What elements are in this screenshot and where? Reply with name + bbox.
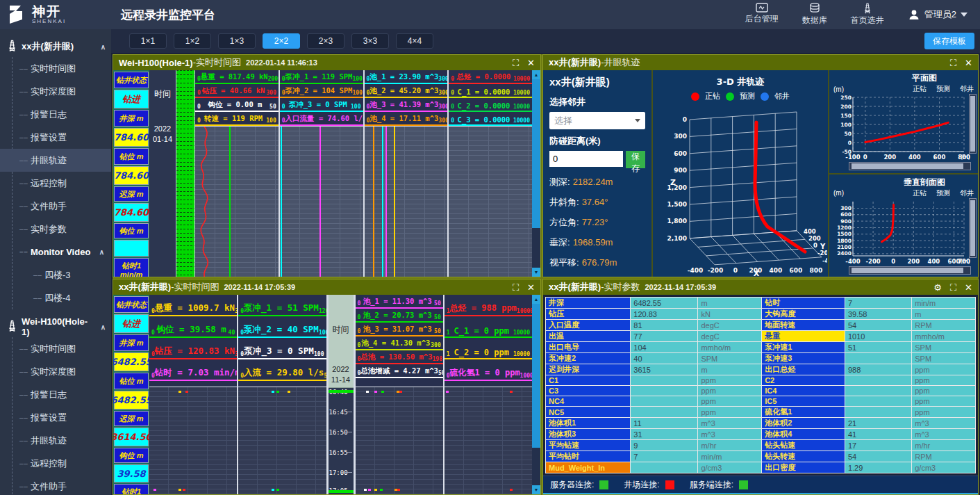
scrollbar-thumb[interactable] <box>852 163 963 169</box>
layout-button-1×2[interactable]: 1×2 <box>174 33 211 49</box>
sidebar-item-报警设置[interactable]: 报警设置 <box>0 406 111 429</box>
sidebar-group-items: 实时时间图实时深度图报警日志报警设置井眼轨迹远程控制文件助手实时参数Monito… <box>0 57 111 309</box>
sidebar-item-实时深度图[interactable]: 实时深度图 <box>0 360 111 383</box>
sidebar-item-实时时间图[interactable]: 实时时间图 <box>0 57 111 80</box>
legend-label-正钻: 正钻 <box>705 91 720 102</box>
neighbor-well-select[interactable]: 选择 <box>549 112 645 129</box>
layout-button-4×4[interactable]: 4×4 <box>396 33 433 49</box>
sidebar-item-实时时间图[interactable]: 实时时间图 <box>0 337 111 360</box>
user-menu[interactable]: 管理员2 <box>908 8 967 21</box>
svg-text:1800: 1800 <box>837 237 852 243</box>
sidebar-item-四楼-4[interactable]: 四楼-4 <box>0 286 111 309</box>
sidebar-item-报警日志[interactable]: 报警日志 <box>0 103 111 126</box>
close-icon[interactable]: ✕ <box>965 283 972 292</box>
curve-min: 0 <box>358 328 361 334</box>
save-distance-button[interactable]: 保存 <box>626 151 645 168</box>
curve-min: 0 <box>197 117 201 124</box>
sidebar-group-Wei-H100(Hole-1)[interactable]: Wei-H100(Hole-1)∧ <box>0 316 111 337</box>
brand-subname: SHENKAI <box>32 18 66 24</box>
close-icon[interactable]: ✕ <box>965 58 972 67</box>
close-icon[interactable]: ✕ <box>527 283 535 292</box>
sidebar-item-Monitor Video[interactable]: Monitor Video∧ <box>0 241 111 263</box>
sidebar-item-远程控制[interactable]: 远程控制 <box>0 452 111 475</box>
param-label-池体积1: 池体积1 <box>546 418 631 429</box>
curve-max: 3000 <box>235 308 237 314</box>
chevron-up-icon: ∧ <box>101 323 106 331</box>
sidebar-group-xx井(新井眼)[interactable]: xx井(新井眼)∧ <box>0 36 111 57</box>
param-label-text: 钻位 m <box>119 377 144 386</box>
param-unit-池体积3: m^3 <box>698 429 762 440</box>
trajectory-3d-title: 3-D 井轨迹 <box>717 76 765 88</box>
sidebar-item-报警日志[interactable]: 报警日志 <box>0 383 111 406</box>
param-label-钻时1: 钻时1min/m <box>114 484 149 494</box>
anticollision-distance-input[interactable] <box>549 151 623 167</box>
scroll-down-icon[interactable]: ▼ <box>532 268 540 277</box>
expand-icon[interactable]: ⛶ <box>950 58 956 67</box>
vertical-scrollbar[interactable] <box>969 198 977 258</box>
header-nav-后台管理[interactable]: 后台管理 <box>745 3 779 26</box>
layout-button-3×3[interactable]: 3×3 <box>351 33 389 49</box>
sidebar-item-报警设置[interactable]: 报警设置 <box>0 126 111 149</box>
param-unit-出口总烃: ppm <box>912 364 976 375</box>
save-template-button[interactable]: 保存模板 <box>924 33 974 49</box>
header-nav-首页选井[interactable]: 首页选井 <box>851 3 884 26</box>
expand-icon[interactable]: ⛶ <box>513 283 519 292</box>
layout-button-1×3[interactable]: 1×3 <box>218 33 256 49</box>
sidebar-item-井眼轨迹[interactable]: 井眼轨迹 <box>0 149 111 172</box>
layout-toolbar: 1×11×21×32×22×33×34×4 保存模板 <box>111 29 980 53</box>
sidebar-item-实时参数[interactable]: 实时参数 <box>0 218 111 241</box>
scrollbar-thumb[interactable] <box>532 304 540 448</box>
svg-text:-200: -200 <box>865 258 880 265</box>
param-label-地面转速: 地面转速 <box>762 320 845 331</box>
header-nav-数据库[interactable]: 数据库 <box>802 3 827 26</box>
curve-max: 300 <box>438 117 447 124</box>
horizontal-scrollbar[interactable] <box>849 266 971 275</box>
settings-gear-icon[interactable]: ⚙ <box>933 283 942 292</box>
track-plot-area <box>449 127 532 277</box>
scrollbar-thumb[interactable] <box>532 79 540 228</box>
sidebar-item-实时深度图[interactable]: 实时深度图 <box>0 80 111 103</box>
sidebar-item-井眼轨迹[interactable]: 井眼轨迹 <box>0 429 111 452</box>
svg-text:600: 600 <box>840 211 852 218</box>
curve-max: 50 <box>269 104 276 110</box>
stat-value: 1968.59m <box>573 237 613 248</box>
legend-label-邻井: 邻井 <box>960 84 974 94</box>
sidebar-item-文件助手[interactable]: 文件助手 <box>0 475 111 495</box>
scroll-up-icon[interactable]: ▲ <box>532 70 540 79</box>
layout-button-2×3[interactable]: 2×3 <box>307 33 344 49</box>
close-icon[interactable]: ✕ <box>527 58 535 67</box>
curve-line <box>319 127 321 277</box>
curve-readout: 总烃 = 988 ppm <box>450 302 517 314</box>
param-label-钻时1: 钻时1min/m <box>114 258 149 277</box>
scroll-up-icon[interactable]: ▲ <box>532 295 540 304</box>
header-nav-label: 首页选井 <box>851 15 884 26</box>
vertical-scrollbar[interactable]: ▲▼ <box>532 70 540 277</box>
sidebar-item-四楼-3[interactable]: 四楼-3 <box>0 263 111 286</box>
horizontal-scrollbar[interactable] <box>849 162 971 170</box>
sidebar-item-远程控制[interactable]: 远程控制 <box>0 172 111 195</box>
param-value-池体积1: 11 <box>631 418 698 429</box>
expand-icon[interactable]: ⛶ <box>513 58 519 67</box>
chart-card-vertical-section: 垂直剖面图(m)正钻预测邻井-400-2000200400600700(m)30… <box>829 175 978 277</box>
expand-icon[interactable]: ⛶ <box>950 283 956 292</box>
legend-label-正钻: 正钻 <box>913 84 927 94</box>
panel-timestamp: 2022-11-14 17:05:39 <box>645 283 716 291</box>
param-label-平均钻时: 平均钻时 <box>546 451 631 462</box>
data-dot <box>381 391 384 393</box>
curve-max: 300 <box>266 90 276 96</box>
scrollbar-thumb[interactable] <box>970 200 975 256</box>
scrollbar-thumb[interactable] <box>852 268 963 273</box>
scrollbar-thumb[interactable] <box>970 96 975 152</box>
param-unit-出温: degC <box>698 331 762 342</box>
svg-text:X: X <box>754 269 760 277</box>
sidebar-item-文件助手[interactable]: 文件助手 <box>0 195 111 218</box>
scroll-down-icon[interactable]: ▼ <box>532 485 540 494</box>
table-row: 迟到井深3615m出口总烃988ppm <box>546 364 976 375</box>
svg-text:200: 200 <box>907 258 920 265</box>
layout-button-2×2[interactable]: 2×2 <box>263 33 300 49</box>
layout-button-1×1[interactable]: 1×1 <box>129 33 167 49</box>
vertical-scrollbar[interactable]: ▲▼ <box>532 295 540 494</box>
param-value-井深: 6482.55 <box>631 298 698 309</box>
curve-track: 1总烃 = 988 ppm100001C_1 = 0 ppm100001C_2 … <box>445 295 532 494</box>
vertical-scrollbar[interactable] <box>969 94 977 154</box>
